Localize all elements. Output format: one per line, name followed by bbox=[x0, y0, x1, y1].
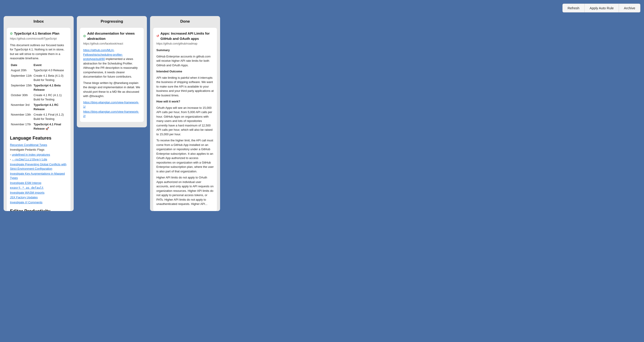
how-label: How will it work? bbox=[156, 99, 214, 104]
refresh-button[interactable]: Refresh bbox=[562, 4, 585, 13]
summary-text: GitHub Enterprise accounts in github.com… bbox=[156, 54, 214, 68]
card-title: ⊙ Add documentation for views abstractio… bbox=[83, 31, 140, 41]
summary-label: Summary bbox=[156, 48, 214, 53]
table-row: November 3rdTypeScript 4.1 RC Release bbox=[10, 102, 67, 112]
api-limits-card: ↺ Apps: Increased API Limits for GitHub … bbox=[153, 28, 217, 211]
typescript-iteration-card: ⊙ TypeScript 4.1 Iteration Plan https://… bbox=[7, 28, 70, 211]
table-row: November 17thTypeScript 4.1 Final Releas… bbox=[10, 122, 67, 131]
card-title-text: Apps: Increased API Limits for GitHub an… bbox=[160, 31, 214, 41]
archive-button[interactable]: Archive bbox=[619, 4, 640, 13]
progressing-header: Progressing bbox=[77, 16, 147, 26]
card-title-text: TypeScript 4.1 Iteration Plan bbox=[14, 31, 60, 36]
table-row: September 11thCreate 4.1 Beta (4.1.0) Bu… bbox=[10, 73, 67, 83]
schedule-table: Date Event August 20thTypeScript 4.0 Rel… bbox=[10, 63, 67, 131]
apply-auto-rule-button[interactable]: Apply Auto Rule bbox=[584, 4, 619, 13]
toolbar: Refresh Apply Auto Rule Archive bbox=[4, 4, 640, 13]
inbox-body: ⊙ TypeScript 4.1 Iteration Plan https://… bbox=[4, 26, 74, 211]
progressing-column: Progressing ⊙ Add documentation for view… bbox=[77, 16, 147, 127]
status-icon: ⊙ bbox=[83, 34, 86, 39]
status-icon: ↺ bbox=[156, 34, 159, 39]
view-framework-2-link[interactable]: https://blog.eliangtan.com/view-framewor… bbox=[83, 110, 140, 118]
table-row: October 30thCreate 4.1 RC (4.1.1) Build … bbox=[10, 93, 67, 102]
how-text: OAuth Apps will see an increase to 15,00… bbox=[156, 106, 214, 137]
table-row: November 13thCreate 4.1 Final (4.1.2) Bu… bbox=[10, 112, 67, 122]
kanban-board: Inbox ⊙ TypeScript 4.1 Iteration Plan ht… bbox=[4, 16, 640, 211]
card-description: This document outlines our focused tasks… bbox=[10, 43, 67, 61]
global-conflicts-link[interactable]: Investigate Preventing Global Conflicts … bbox=[10, 162, 67, 171]
card-url: https://github.com/microsoft/TypeScript bbox=[10, 37, 67, 41]
card-title-text: Add documentation for views abstraction bbox=[87, 31, 140, 41]
done-body: ↺ Apps: Increased API Limits for GitHub … bbox=[150, 26, 220, 211]
progressing-body2: These blogs written by @taneliang explai… bbox=[83, 81, 140, 98]
progressing-body: ⊙ Add documentation for views abstractio… bbox=[77, 26, 147, 127]
jsx-factory-link[interactable]: JSX Factory Updates bbox=[10, 195, 67, 200]
no-implicit-override-link[interactable]: --noImplicitOverride bbox=[12, 157, 47, 162]
card-title: ↺ Apps: Increased API Limits for GitHub … bbox=[156, 31, 214, 41]
undefined-index-signatures-item: › undefined in index signatures bbox=[10, 152, 67, 157]
card-url: https://github.com/facebook/react bbox=[83, 42, 140, 46]
recursive-conditional-types-link[interactable]: Recursive Conditional Types bbox=[10, 143, 67, 147]
editor-productivity-header: Editor Productivity bbox=[10, 208, 67, 211]
card-url: https://github.com/github/roadmap bbox=[156, 42, 214, 46]
table-row: September 15thTypeScript 4.1 Beta Releas… bbox=[10, 83, 67, 93]
intended-outcome-label: Intended Outcome bbox=[156, 69, 214, 74]
language-features-header: Language Features bbox=[10, 135, 67, 141]
view-framework-1-link[interactable]: https://blog.eliangtan.com/view-framewor… bbox=[83, 100, 140, 109]
esm-interop-link[interactable]: Investigate ESM Interop bbox=[10, 181, 67, 185]
wasm-imports-link[interactable]: Investigate WASM imports bbox=[10, 190, 67, 195]
key-augmentations-link[interactable]: Investigate Key Augmentations in Mapped … bbox=[10, 171, 67, 180]
card-title: ⊙ TypeScript 4.1 Iteration Plan bbox=[10, 31, 67, 36]
table-row: August 20thTypeScript 4.0 Release bbox=[10, 68, 67, 73]
status-icon: ⊙ bbox=[10, 31, 13, 36]
export-as-default-link[interactable]: export * as default bbox=[10, 185, 67, 190]
no-implicit-override-item: › --noImplicitOverride bbox=[10, 157, 67, 162]
triple-slash-link[interactable]: Investigate /// Comments bbox=[10, 200, 67, 205]
progressing-body1: https://github.com/MLH-Fellowship/schedu… bbox=[83, 48, 140, 79]
done-column: Done ↺ Apps: Increased API Limits for Gi… bbox=[150, 16, 220, 211]
investigate-pedantic-flags: Investigate Pedantic Flags bbox=[10, 147, 67, 152]
views-abstraction-card: ⊙ Add documentation for views abstractio… bbox=[80, 28, 144, 122]
done-body3: Higher API limits do not apply to OAuth … bbox=[156, 175, 214, 206]
inbox-header: Inbox bbox=[4, 16, 74, 26]
schedule-header-row: Date Event bbox=[10, 63, 67, 68]
undefined-index-signatures-link[interactable]: undefined in index signatures bbox=[12, 152, 50, 157]
intended-outcome-text: API rate limiting is painful when it int… bbox=[156, 76, 214, 98]
done-body2: To receive the higher limit, the API cal… bbox=[156, 138, 214, 173]
done-header: Done bbox=[150, 16, 220, 26]
inbox-column: Inbox ⊙ TypeScript 4.1 Iteration Plan ht… bbox=[4, 16, 74, 211]
